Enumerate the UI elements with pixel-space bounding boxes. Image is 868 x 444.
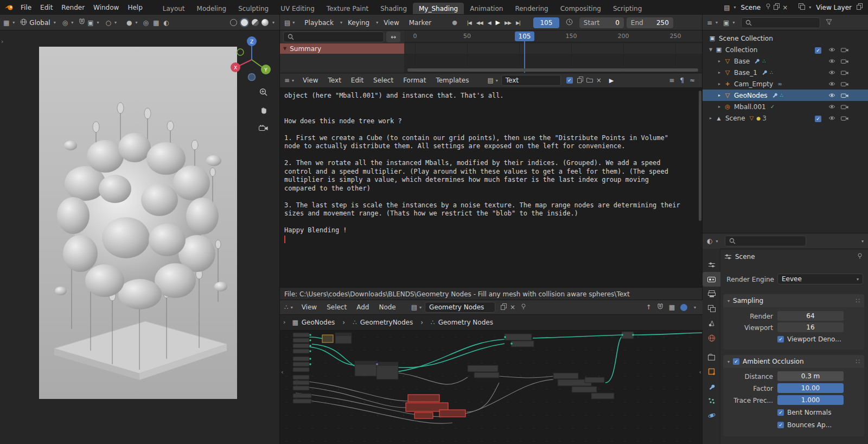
disable-render-camera-icon[interactable] xyxy=(841,69,848,77)
prev-keyframe-button[interactable]: ◀◀ xyxy=(476,20,483,26)
tab-render[interactable] xyxy=(703,272,720,287)
outliner-display-chevron-icon[interactable]: ▾ xyxy=(732,20,735,25)
ao-trace-field[interactable]: 1.000 xyxy=(777,395,844,405)
snap-chevron-icon[interactable]: ▾ xyxy=(97,20,99,25)
transform-orientation-dropdown[interactable]: Global xyxy=(29,19,50,27)
outliner-row-mball[interactable]: ▸ ◎ Mball.001 ✓ xyxy=(703,101,868,112)
view-layer-chevron-icon[interactable]: ▾ xyxy=(809,5,811,10)
proportional-chevron-icon[interactable]: ▾ xyxy=(114,20,117,25)
disable-render-camera-icon[interactable] xyxy=(841,80,848,88)
tab-physics[interactable] xyxy=(703,408,720,423)
xray-toggle-icon[interactable]: ◐ xyxy=(163,19,169,27)
current-frame-badge[interactable]: 105 xyxy=(515,31,534,41)
menu-keying[interactable]: Keying xyxy=(343,19,374,27)
tab-modeling[interactable]: Modeling xyxy=(191,3,233,15)
menu-playback[interactable]: Playback xyxy=(300,19,338,27)
disclosure-icon[interactable]: ▸ xyxy=(707,116,714,120)
disclosure-icon[interactable]: ▸ xyxy=(716,70,723,75)
menu-render[interactable]: Render xyxy=(57,4,89,11)
snap-target-icon[interactable]: ▣ xyxy=(87,19,93,27)
nodetree-copy-icon[interactable] xyxy=(501,303,507,312)
breadcrumb-modifier[interactable]: GeometryNodes xyxy=(360,319,413,326)
outliner-filter-icon[interactable] xyxy=(826,19,832,27)
menu-edit[interactable]: Edit xyxy=(347,77,368,84)
dopesheet-editor-icon[interactable]: ▤ xyxy=(284,19,290,27)
context-pin-icon[interactable] xyxy=(857,253,863,261)
node-editor-chevron-icon[interactable]: ▾ xyxy=(291,305,293,310)
ao-panel-header[interactable]: ▾ ✓ Ambient Occlusion ∷ xyxy=(723,355,864,368)
editor-type-chevron-icon[interactable]: ▾ xyxy=(12,20,15,25)
outliner-row-base[interactable]: ▸ ▽ Base ∴ xyxy=(703,55,868,67)
render-engine-dropdown[interactable]: Eevee ▾ xyxy=(777,274,863,284)
dopesheet-editor-chevron-icon[interactable]: ▾ xyxy=(292,20,295,25)
tab-output[interactable] xyxy=(703,287,720,301)
bounces-approx-checkbox[interactable]: ✓ xyxy=(777,422,784,428)
exclude-checkbox[interactable]: ✓ xyxy=(815,116,821,122)
scene-pin-icon[interactable] xyxy=(765,3,771,11)
tab-rendering[interactable]: Rendering xyxy=(509,3,554,15)
shading-preview-toggle[interactable] xyxy=(680,304,687,311)
properties-options-chevron-icon[interactable]: ▾ xyxy=(861,239,864,244)
frame-end-field[interactable]: End 250 xyxy=(627,17,673,28)
play-reverse-button[interactable]: ◀ xyxy=(488,20,491,26)
tab-compositing[interactable]: Compositing xyxy=(554,3,607,15)
menu-node[interactable]: Node xyxy=(374,303,400,311)
shading-material-button[interactable] xyxy=(252,19,259,26)
text-open-folder-icon[interactable] xyxy=(586,77,593,84)
overlays-toggle-icon[interactable]: ▦ xyxy=(153,19,159,27)
zoom-icon[interactable] xyxy=(259,88,268,98)
menu-templates[interactable]: Templates xyxy=(431,77,473,84)
breadcrumb-object[interactable]: GeoNodes xyxy=(302,319,335,326)
pan-hand-icon[interactable] xyxy=(260,106,268,116)
syntax-highlight-toggle-icon[interactable]: ≈ xyxy=(690,77,695,84)
properties-editor-chevron-icon[interactable]: ▾ xyxy=(716,239,718,244)
sampling-panel-header[interactable]: ▾ Sampling ∷ xyxy=(723,294,864,307)
editor-type-icon[interactable]: ▦ xyxy=(3,19,9,27)
text-browse-chevron-icon[interactable]: ▾ xyxy=(496,78,498,83)
frame-start-field[interactable]: Start 0 xyxy=(579,17,624,28)
parent-tree-icon[interactable]: ↑ xyxy=(646,303,652,311)
menu-select[interactable]: Select xyxy=(322,303,351,311)
disclosure-icon[interactable]: ▸ xyxy=(716,59,723,64)
menu-help[interactable]: Help xyxy=(123,4,146,11)
scene-name[interactable]: Scene xyxy=(739,4,763,11)
navigation-gizmo[interactable]: Z X Y xyxy=(227,34,277,84)
node-overlap-icon[interactable]: ▦ xyxy=(669,303,675,311)
text-editor-scrollbar[interactable] xyxy=(699,91,701,221)
jump-to-start-button[interactable]: |◀ xyxy=(467,20,471,26)
tab-object[interactable] xyxy=(703,364,720,379)
menu-add[interactable]: Add xyxy=(352,303,373,311)
menu-text[interactable]: Text xyxy=(324,77,346,84)
sampling-render-field[interactable]: 64 xyxy=(777,311,844,321)
gizmo-toggle-icon[interactable]: ◎ xyxy=(143,19,149,27)
tab-uv-editing[interactable]: UV Editing xyxy=(275,3,321,15)
panel-disclosure-icon[interactable]: ▾ xyxy=(727,359,730,364)
blender-logo-icon[interactable] xyxy=(4,4,14,11)
region-collapse-left-icon[interactable]: ‹ xyxy=(281,369,283,376)
disclosure-icon[interactable]: ▸ xyxy=(716,81,723,86)
tab-scene[interactable] xyxy=(703,316,720,331)
properties-editor-icon[interactable]: ◐ xyxy=(707,237,712,245)
node-graph-background[interactable]: ‹ ‹ xyxy=(280,331,703,444)
text-editor-body[interactable]: object (here "Mball.001") and instance t… xyxy=(280,87,703,287)
select-tool-icon[interactable]: ● xyxy=(126,19,132,27)
region-collapse-right-icon[interactable]: ‹ xyxy=(699,369,701,376)
tab-modifiers[interactable] xyxy=(703,379,720,394)
shading-solid-button[interactable] xyxy=(241,19,248,26)
outliner-row-geonodes[interactable]: ▸ ▽ GeoNodes ∴ xyxy=(703,90,868,101)
scene-browse-icon[interactable]: ▤ xyxy=(724,4,730,11)
camera-view-icon[interactable] xyxy=(259,125,268,132)
node-editor-icon[interactable]: ∴ xyxy=(284,303,289,311)
orientation-chevron-icon[interactable]: ▾ xyxy=(54,20,56,25)
nodetree-datablock-name[interactable]: Geometry Nodes xyxy=(425,302,495,313)
select-tool-chevron-icon[interactable]: ▾ xyxy=(136,20,138,25)
breadcrumb-collapse-icon[interactable]: › xyxy=(283,319,285,326)
dopesheet-timeline[interactable]: 0 50 150 200 250 105 xyxy=(404,30,703,73)
summary-disclosure-icon[interactable]: ▼ xyxy=(283,46,286,51)
tab-shading[interactable]: Shading xyxy=(374,3,413,15)
shading-preview-chevron-icon[interactable]: ▾ xyxy=(694,305,696,310)
menu-view[interactable]: View xyxy=(379,19,403,27)
sampling-viewport-field[interactable]: 16 xyxy=(777,322,844,332)
tab-my-shading[interactable]: My_Shading xyxy=(413,3,464,15)
text-browse-icon[interactable]: ▤ xyxy=(487,77,493,84)
